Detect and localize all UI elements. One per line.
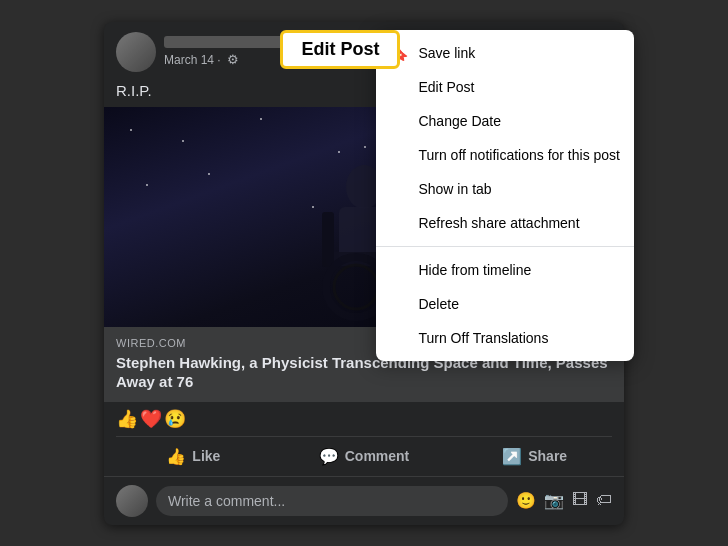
comment-label: Comment bbox=[345, 448, 410, 464]
post-header: March 14 · ⚙ ··· Edit Post 🔖 Save link E… bbox=[104, 22, 624, 78]
comment-icon: 💬 bbox=[319, 447, 339, 466]
menu-item-save-link[interactable]: 🔖 Save link bbox=[376, 36, 634, 70]
menu-item-delete[interactable]: Delete bbox=[376, 287, 634, 321]
menu-item-show-in-tab[interactable]: Show in tab bbox=[376, 172, 634, 206]
gif-icon[interactable]: 🎞 bbox=[572, 491, 588, 510]
trash-icon bbox=[390, 295, 408, 313]
share-button[interactable]: ↗️ Share bbox=[449, 439, 620, 474]
share-icon: ↗️ bbox=[502, 447, 522, 466]
menu-label-turn-off-notifications: Turn off notifications for this post bbox=[418, 147, 620, 163]
camera-icon[interactable]: 📷 bbox=[544, 491, 564, 510]
comment-button[interactable]: 💬 Comment bbox=[279, 439, 450, 474]
dropdown-menu: Edit Post 🔖 Save link Edit Post Change D… bbox=[376, 30, 634, 361]
menu-label-save-link: Save link bbox=[418, 45, 475, 61]
menu-label-delete: Delete bbox=[418, 296, 458, 312]
post-date-text: March 14 · bbox=[164, 53, 221, 67]
post-card: March 14 · ⚙ ··· Edit Post 🔖 Save link E… bbox=[104, 22, 624, 525]
menu-item-refresh-attachment[interactable]: Refresh share attachment bbox=[376, 206, 634, 240]
menu-item-change-date[interactable]: Change Date bbox=[376, 104, 634, 138]
refresh-icon bbox=[390, 214, 408, 232]
comment-row: Write a comment... 🙂 📷 🎞 🏷 bbox=[104, 476, 624, 525]
menu-label-hide-from-timeline: Hide from timeline bbox=[418, 262, 531, 278]
menu-label-change-date: Change Date bbox=[418, 113, 501, 129]
calendar-icon bbox=[390, 112, 408, 130]
bookmark-icon: 🔖 bbox=[390, 44, 408, 62]
svg-rect-3 bbox=[322, 212, 334, 267]
tab-icon bbox=[390, 180, 408, 198]
comment-input[interactable]: Write a comment... bbox=[156, 486, 508, 516]
heart-reaction: ❤️ bbox=[140, 408, 162, 430]
post-date: March 14 · ⚙ bbox=[164, 52, 284, 67]
menu-divider bbox=[376, 246, 634, 247]
menu-item-edit-post[interactable]: Edit Post bbox=[376, 70, 634, 104]
menu-label-edit-post: Edit Post bbox=[418, 79, 474, 95]
share-label: Share bbox=[528, 448, 567, 464]
menu-item-hide-from-timeline[interactable]: Hide from timeline bbox=[376, 253, 634, 287]
comment-tools: 🙂 📷 🎞 🏷 bbox=[516, 491, 612, 510]
menu-label-turn-off-translations: Turn Off Translations bbox=[418, 330, 548, 346]
like-icon: 👍 bbox=[166, 447, 186, 466]
sticker-icon[interactable]: 🏷 bbox=[596, 491, 612, 510]
action-bar: 👍 Like 💬 Comment ↗️ Share bbox=[104, 437, 624, 476]
sad-reaction: 😢 bbox=[164, 408, 186, 430]
gear-icon[interactable]: ⚙ bbox=[227, 52, 239, 67]
edit-icon bbox=[390, 78, 408, 96]
emoji-icon[interactable]: 🙂 bbox=[516, 491, 536, 510]
translate-icon bbox=[390, 329, 408, 347]
menu-item-turn-off-translations[interactable]: Turn Off Translations bbox=[376, 321, 634, 355]
bell-off-icon bbox=[390, 146, 408, 164]
like-button[interactable]: 👍 Like bbox=[108, 439, 279, 474]
commenter-avatar bbox=[116, 485, 148, 517]
menu-item-turn-off-notifications[interactable]: Turn off notifications for this post bbox=[376, 138, 634, 172]
like-label: Like bbox=[192, 448, 220, 464]
menu-label-show-in-tab: Show in tab bbox=[418, 181, 491, 197]
hide-icon bbox=[390, 261, 408, 279]
reactions-row: 👍 ❤️ 😢 bbox=[104, 402, 624, 436]
post-meta: March 14 · ⚙ bbox=[164, 36, 284, 67]
reaction-icons: 👍 ❤️ 😢 bbox=[116, 408, 186, 430]
menu-label-refresh-attachment: Refresh share attachment bbox=[418, 215, 579, 231]
svg-point-5 bbox=[334, 265, 378, 309]
like-reaction: 👍 bbox=[116, 408, 138, 430]
user-name-placeholder bbox=[164, 36, 284, 48]
avatar bbox=[116, 32, 156, 72]
